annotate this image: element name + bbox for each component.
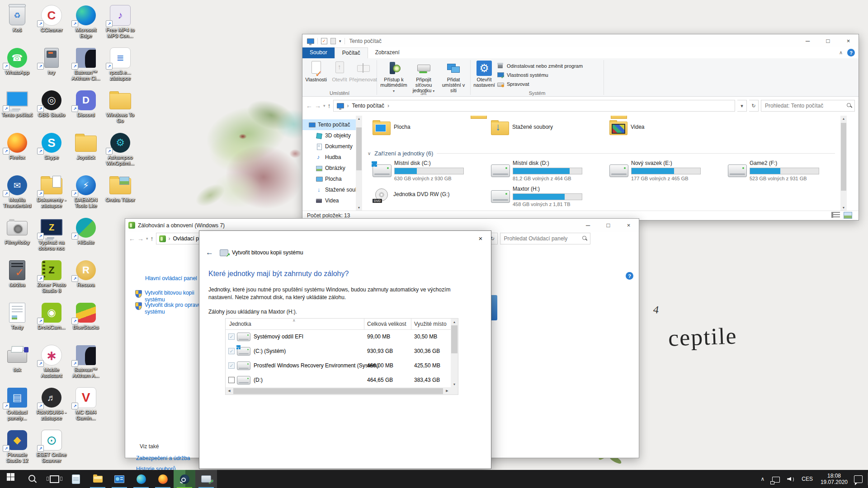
desktop-icon-firefox[interactable]: ↗Firefox	[0, 132, 34, 160]
refresh-icon[interactable]: ↻	[749, 100, 759, 112]
desktop-icon-recuva[interactable]: R↗Recuva	[69, 259, 103, 288]
network-icon[interactable]	[769, 476, 783, 483]
desktop-icon-joystick[interactable]: Joystick	[69, 132, 103, 160]
drive-tile-maxtor-h[interactable]: Maxtor (H:)458 GB volných z 1,81 TB	[491, 186, 604, 207]
sidebar-item-plocha[interactable]: Plocha	[302, 174, 356, 184]
nav-scrollbar[interactable]: ▲ ▼	[356, 116, 362, 211]
pridat-umisteni-v-siti-button[interactable]: Přidat umístění v síti	[439, 59, 468, 93]
close-button[interactable]: ×	[476, 234, 486, 243]
odinstalovat-button[interactable]: Odinstalovat nebo změnit program	[497, 62, 583, 70]
close-button[interactable]: ×	[618, 219, 639, 231]
desktop-icon-free-mp4-to-mp3-con[interactable]: ♪↗Free MP4 to MP3 Con...	[103, 5, 137, 39]
desktop-icon-batman-arkham-a[interactable]: ↗Batman™ Arkham A...	[69, 344, 103, 379]
taskbar-backup-tool-button[interactable]	[195, 470, 217, 488]
home-link[interactable]: Hlavní ovládací panel	[145, 275, 197, 282]
prejmenovat-button[interactable]: Přejmenovat	[351, 59, 375, 82]
vlastnosti-systemu-button[interactable]: Vlastnosti systému	[497, 71, 583, 79]
properties-icon[interactable]: ✓	[321, 38, 327, 44]
drive-tile-jednotka-dvd-rw-g[interactable]: Jednotka DVD RW (G:)	[373, 186, 486, 202]
table-horizontal-scrollbar[interactable]: ◀ ▶	[226, 387, 451, 394]
desktop-icon-mozilla-thunderbird[interactable]: ✉↗Mozilla Thunderbird	[0, 174, 34, 209]
up-icon[interactable]: ↑	[151, 235, 154, 242]
taskbar-start-button[interactable]	[0, 470, 22, 488]
back-icon[interactable]: ←	[129, 235, 135, 242]
desktop-icon-filmy-fotky[interactable]: Filmy/fotky	[0, 217, 34, 245]
up-icon[interactable]: ↑	[328, 102, 331, 109]
table-row-prost-ed-windows-recovery-environment-syst-m[interactable]: ✓Prostředí Windows Recovery Environment …	[226, 358, 451, 373]
desktop-icon-tisk[interactable]: tisk	[0, 344, 34, 373]
tab-pocitac[interactable]: Počítač	[335, 47, 368, 58]
desktop-icon-bluestacks[interactable]: ↗BlueStacks	[69, 302, 103, 330]
desktop-icon-ondra-t-bor[interactable]: Ondra Tábor	[103, 174, 137, 203]
search-input[interactable]	[500, 233, 590, 244]
maximize-button[interactable]: □	[598, 219, 618, 231]
desktop-icon-daemon-tools-lite[interactable]: ⚡↗DAEMON Tools Lite	[69, 174, 103, 209]
row-checkbox[interactable]: ✓	[228, 333, 235, 340]
desktop-icon-batman-arkham-ci[interactable]: ↗Batman™ Arkham Ci...	[69, 47, 103, 81]
minimize-ribbon-icon[interactable]: ∧	[839, 50, 843, 56]
new-folder-icon[interactable]	[330, 38, 336, 44]
qat-customize-chevron-icon[interactable]: ▾	[339, 39, 341, 43]
sidebar-item-dokumenty[interactable]: Dokumenty	[302, 141, 356, 152]
taskbar-search-button[interactable]	[22, 470, 43, 488]
vlastnosti-button[interactable]: Vlastnosti	[304, 59, 328, 82]
desktop-icon-zoner-photo-studio-8[interactable]: Z↗Zoner Photo Studio 8	[34, 259, 69, 294]
column-header-celkova-velikost[interactable]: Celková velikost	[367, 321, 406, 327]
desktop-icon-texty[interactable]: Texty	[0, 302, 34, 330]
column-header-vyuzite-misto[interactable]: Využité místo	[414, 321, 447, 327]
sidebar-item-obr-zky[interactable]: Obrázky	[302, 163, 356, 174]
collapse-chevron-icon[interactable]: ∨	[368, 151, 371, 156]
thumbnails-view-icon[interactable]	[844, 212, 852, 219]
forward-icon[interactable]: →	[137, 235, 144, 242]
tray-overflow-chevron-icon[interactable]: ∧	[756, 476, 769, 482]
tab-zobrazeni[interactable]: Zobrazení	[368, 47, 407, 58]
language-indicator[interactable]: CES	[797, 476, 817, 482]
action-center-icon[interactable]	[854, 475, 863, 483]
taskbar-notepad-button[interactable]	[65, 470, 87, 488]
column-header-jednotka[interactable]: Jednotka	[229, 321, 251, 327]
desktop-icon-windows-to-go[interactable]: Windows To Go	[103, 89, 137, 124]
search-input[interactable]	[761, 100, 854, 111]
minimize-button[interactable]: ─	[578, 219, 598, 231]
drive-tile-game2-f[interactable]: Game2 (F:)523 GB volných z 931 GB	[728, 160, 840, 181]
back-icon[interactable]: ←	[306, 102, 312, 109]
details-view-icon[interactable]	[831, 212, 840, 218]
otevrit-nastaveni-button[interactable]: Otevřít nastavení	[472, 59, 496, 88]
help-icon[interactable]: ?	[847, 49, 855, 56]
close-button[interactable]: ×	[838, 34, 859, 47]
desktop-icon-ashampoo-winoptimi[interactable]: ⚙↗Ashampoo WinOptimi...	[103, 132, 137, 166]
task-create-system-image[interactable]: Vytvořit bitovou kopii systému	[135, 290, 203, 303]
desktop-icon-mc-gm4-gamin[interactable]: V↗MC GM4 Gamin...	[69, 387, 103, 421]
sidebar-item-3d-objekty[interactable]: 3D objekty	[302, 130, 356, 141]
recent-locations-chevron-icon[interactable]: ▾	[323, 103, 326, 108]
clock[interactable]: 18:08 19.07.2020	[817, 473, 851, 485]
row-checkbox[interactable]: ✓	[228, 348, 235, 354]
taskbar-task-view-button[interactable]	[43, 470, 65, 488]
breadcrumb-item[interactable]: Tento počítač	[352, 103, 384, 109]
drive-tile-nov-svazek-e[interactable]: Nový svazek (E:)177 GB volných z 465 GB	[609, 160, 722, 181]
taskbar-control-panel-button[interactable]	[108, 470, 130, 488]
desktop-icon-hry[interactable]: ↗hry	[34, 47, 69, 75]
table-vertical-scrollbar[interactable]: ▲ ▼	[451, 319, 458, 387]
desktop-icon-discord[interactable]: D↗Discord	[69, 89, 103, 118]
desktop-icon-hisuite[interactable]: ↗HiSuite	[69, 217, 103, 245]
folder-tile-videa[interactable]: Videa	[609, 122, 722, 135]
table-row-c-syst-m[interactable]: ✓(C:) (Systém)930,93 GB300,36 GB	[226, 344, 451, 358]
desktop-icon-vyp-na-na-dobrou-noc[interactable]: Z↗Vypínač na dobrou noc	[34, 217, 69, 251]
desktop-icon-mobile-assistant[interactable]: ∗↗Mobile Assistant	[34, 344, 69, 379]
drive-tile-m-stn-disk-c[interactable]: Místní disk (C:)630 GB volných z 930 GB	[373, 160, 486, 181]
pristup-k-multimediim-button[interactable]: Přístup k multimédiím ▾	[379, 59, 409, 94]
desktop-icon-tento-po-ta[interactable]: ↗Tento počítač	[0, 89, 34, 118]
desktop-icon-ccleaner[interactable]: C↗CCleaner	[34, 5, 69, 33]
table-row-syst-mov-odd-l-efi[interactable]: ✓Systémový oddíl EFI99,00 MB30,50 MB	[226, 329, 451, 344]
desktop-icon-dr-ba[interactable]: ✓údržba	[0, 259, 34, 288]
desktop-icon-obs-studio[interactable]: ◎↗OBS Studio	[34, 89, 69, 118]
volume-icon[interactable]	[783, 476, 797, 482]
desktop-icon-ko[interactable]: ♻Koš	[0, 5, 34, 33]
recent-locations-chevron-icon[interactable]: ▾	[146, 236, 148, 241]
folder-tile-sta-en-soubory[interactable]: Stažené soubory	[491, 122, 604, 135]
link-security-maintenance[interactable]: Zabezpečení a údržba	[136, 455, 190, 461]
breadcrumb[interactable]: › Tento počítač ›	[333, 100, 735, 112]
taskbar-steam-button[interactable]	[174, 470, 195, 488]
backup-titlebar[interactable]: Zálohování a obnovení (Windows 7) ─ □ ×	[125, 219, 639, 232]
